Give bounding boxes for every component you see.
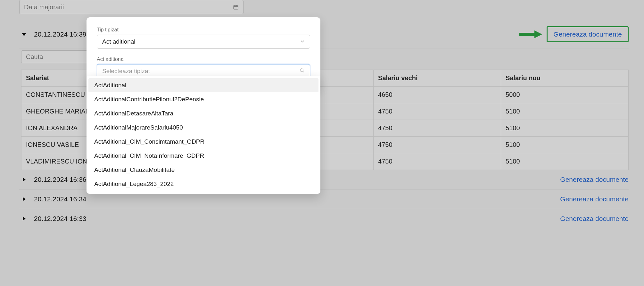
dropdown-option[interactable]: ActAditionalContributiePilonul2DePensie: [88, 92, 318, 106]
template-type-value: Act aditional: [102, 38, 136, 45]
svg-point-10: [300, 69, 303, 72]
section-timestamp: 20.12.2024 16:36: [34, 176, 87, 183]
table-cell: 4750: [374, 103, 501, 120]
col-new-salary: Salariu nou: [501, 70, 629, 87]
section-timestamp: 20.12.2024 16:34: [34, 195, 87, 203]
table-cell: 4750: [374, 153, 501, 170]
table-cell: 5100: [501, 137, 629, 153]
svg-marker-7: [23, 178, 25, 181]
date-majorarii-placeholder: Data majorarii: [24, 4, 64, 11]
caret-right-icon[interactable]: [21, 177, 27, 182]
table-cell: 5000: [501, 87, 629, 103]
caret-right-icon[interactable]: [21, 216, 27, 221]
dropdown-option[interactable]: ActAditionalMajorareSalariu4050: [88, 121, 318, 135]
section-timestamp: 20.12.2024 16:39: [34, 30, 87, 38]
table-cell: 5100: [501, 120, 629, 137]
search-icon: [300, 68, 305, 75]
table-cell: 4650: [374, 87, 501, 103]
col-old-salary: Salariu vechi: [374, 70, 501, 87]
chevron-down-icon: [300, 38, 305, 45]
modal-label-act-aditional: Act aditional: [97, 56, 310, 62]
svg-marker-4: [22, 33, 26, 36]
template-search-placeholder: Selecteaza tipizat: [102, 68, 150, 75]
dropdown-option[interactable]: ActAditional: [88, 78, 318, 92]
svg-marker-9: [23, 217, 25, 221]
svg-marker-8: [23, 197, 25, 201]
table-search-placeholder: Cauta: [26, 53, 43, 61]
table-cell: 5100: [501, 153, 629, 170]
caret-right-icon[interactable]: [21, 197, 27, 201]
table-cell: 4750: [374, 137, 501, 153]
arrow-right-icon: [519, 30, 542, 39]
dropdown-option[interactable]: ActAditional_ClauzaMobilitate: [88, 163, 318, 177]
generate-documents-link[interactable]: Genereaza documente: [560, 215, 629, 223]
template-type-select[interactable]: Act aditional: [97, 35, 310, 49]
collapsed-section: 20.12.2024 16:33Genereaza documente: [19, 209, 629, 228]
calendar-icon: [233, 4, 239, 10]
svg-marker-6: [534, 30, 542, 38]
date-majorarii-input[interactable]: Data majorarii: [19, 0, 244, 14]
svg-line-11: [303, 71, 304, 72]
dropdown-option[interactable]: ActAditional_CIM_NotaInformare_GDPR: [88, 149, 318, 163]
caret-down-icon[interactable]: [21, 32, 27, 37]
generate-documents-link-highlighted[interactable]: Genereaza documente: [553, 30, 622, 38]
table-cell: 5100: [501, 103, 629, 120]
generate-documents-link[interactable]: Genereaza documente: [560, 195, 629, 203]
section-timestamp: 20.12.2024 16:33: [34, 215, 87, 223]
template-dropdown: ActAditionalActAditionalContributiePilon…: [87, 76, 320, 194]
dropdown-option[interactable]: ActAditional_Legea283_2022: [88, 177, 318, 191]
dropdown-option[interactable]: ActAditional_CIM_Consimtamant_GDPR: [88, 135, 318, 149]
table-cell: 4750: [374, 120, 501, 137]
generate-documents-link[interactable]: Genereaza documente: [560, 176, 629, 183]
dropdown-option[interactable]: ActAditionalDetasareAltaTara: [88, 106, 318, 121]
svg-rect-0: [234, 5, 238, 9]
modal-label-tip-tipizat: Tip tipizat: [97, 27, 310, 33]
